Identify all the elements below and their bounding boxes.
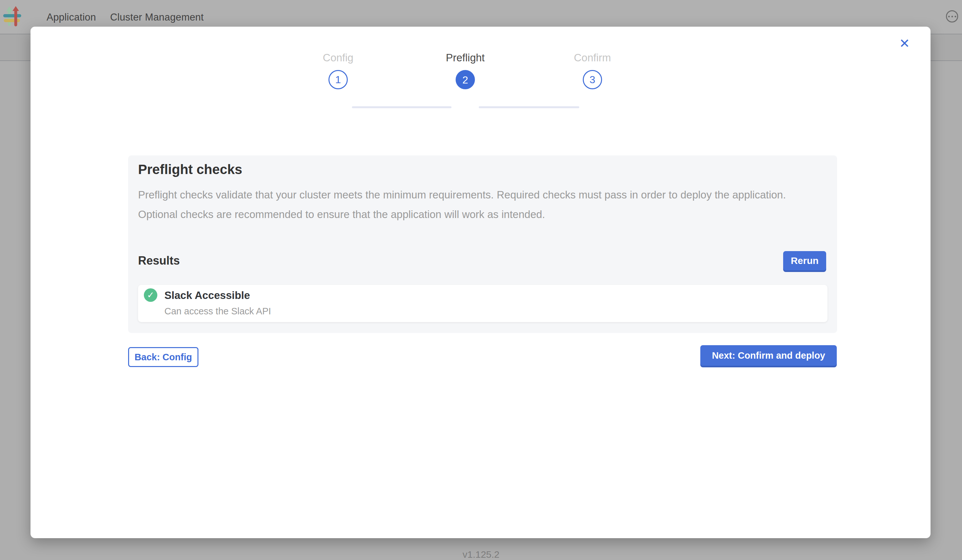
step-label: Preflight — [402, 51, 529, 65]
step-circle-2[interactable]: 2 — [456, 70, 475, 89]
step-circle-1[interactable]: 1 — [328, 70, 348, 89]
page-title: Preflight checks — [138, 162, 242, 177]
results-header-row: Results Rerun — [138, 250, 826, 271]
result-detail: Can access the Slack API — [165, 306, 271, 316]
preflight-checks-card: Preflight checks Preflight checks valida… — [128, 155, 837, 333]
back-config-button[interactable]: Back: Config — [128, 347, 199, 367]
step-connector — [352, 106, 452, 108]
preflight-modal: ✕ Config 1 Preflight 2 Confirm 3 Preflig… — [31, 27, 931, 538]
result-title: Slack Accessible — [165, 289, 250, 302]
next-confirm-deploy-button[interactable]: Next: Confirm and deploy — [700, 345, 837, 366]
rerun-button[interactable]: Rerun — [783, 251, 826, 270]
step-confirm: Confirm 3 — [529, 51, 656, 89]
preflight-description: Preflight checks validate that your clus… — [138, 185, 807, 224]
tab-cluster-management[interactable]: Cluster Management — [110, 11, 203, 23]
result-row-slack-accessible: ✓ Slack Accessible Can access the Slack … — [138, 285, 828, 322]
tab-application[interactable]: Application — [47, 11, 96, 23]
step-preflight: Preflight 2 — [402, 51, 529, 89]
step-connector — [479, 106, 579, 108]
step-label: Config — [274, 51, 402, 65]
check-icon: ✓ — [144, 288, 157, 302]
app-version-label: v1.125.2 — [0, 549, 962, 560]
app-logo-icon — [3, 6, 21, 27]
step-circle-3[interactable]: 3 — [583, 70, 602, 89]
close-icon[interactable]: ✕ — [896, 35, 913, 52]
step-label: Confirm — [529, 51, 656, 65]
overflow-menu-icon[interactable] — [946, 10, 958, 23]
results-heading: Results — [138, 254, 180, 268]
step-config: Config 1 — [274, 51, 402, 89]
